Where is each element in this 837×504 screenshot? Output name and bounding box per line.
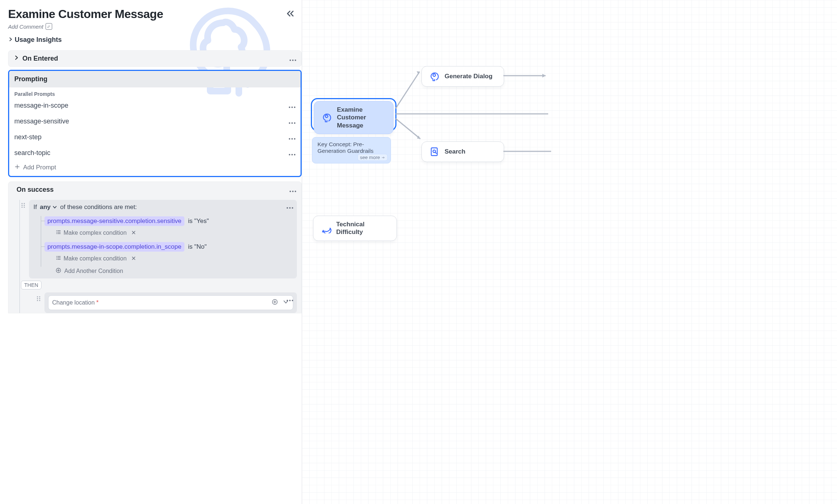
add-prompt-label: Add Prompt (23, 164, 56, 171)
svg-point-11 (291, 138, 293, 140)
svg-point-6 (294, 107, 295, 108)
remove-condition-icon[interactable]: ✕ (131, 229, 136, 236)
svg-point-3 (295, 60, 296, 61)
node-label: Search (445, 148, 466, 155)
svg-point-20 (24, 203, 25, 204)
svg-point-21 (22, 205, 23, 206)
svg-point-40 (433, 74, 435, 76)
svg-point-22 (24, 205, 25, 206)
action-more-icon[interactable] (287, 295, 293, 303)
svg-point-13 (289, 154, 290, 155)
svg-point-30 (39, 296, 40, 297)
on-success-more-icon[interactable] (290, 186, 296, 194)
svg-point-24 (24, 206, 25, 208)
on-success-section: On success If any (8, 181, 302, 313)
on-success-header[interactable]: On success (8, 182, 301, 198)
svg-point-19 (22, 203, 23, 204)
list-icon (55, 229, 61, 237)
any-label: any (40, 204, 50, 211)
more-icon[interactable] (289, 117, 295, 126)
on-entered-label: On Entered (22, 55, 58, 62)
drag-handle-icon[interactable] (36, 296, 41, 303)
condition-row[interactable]: prompts.message-sensitive.completion.sen… (44, 215, 292, 228)
chevron-down-icon (52, 205, 57, 210)
prompt-name: message-sensitive (14, 118, 69, 125)
add-condition-label: Add Another Condition (64, 268, 123, 274)
plus-icon (14, 164, 20, 172)
svg-point-29 (37, 296, 38, 297)
condition-expression[interactable]: prompts.message-sensitive.completion.sen… (44, 216, 184, 226)
on-entered-more-icon[interactable] (290, 54, 296, 63)
make-complex-button[interactable]: Make complex condition ✕ (55, 228, 292, 240)
condition-value: is "Yes" (188, 217, 209, 225)
note-text: Key Concept: Pre-Generation Guardrails (317, 141, 374, 154)
if-header: If any of these conditions are met: (33, 204, 292, 211)
then-chip: THEN (21, 281, 42, 289)
any-dropdown[interactable]: any (40, 204, 57, 211)
make-complex-button[interactable]: Make complex condition ✕ (55, 253, 292, 266)
condition-expression[interactable]: prompts.message-in-scope.completion.in_s… (44, 242, 184, 252)
chat-icon (321, 223, 332, 234)
svg-point-32 (39, 298, 40, 299)
usage-insights-toggle[interactable]: Usage Insights (8, 36, 302, 44)
svg-point-39 (325, 115, 328, 118)
svg-point-36 (289, 300, 291, 301)
condition-tree: If any of these conditions are met: prom… (8, 198, 301, 313)
node-label: Examine Customer Message (337, 106, 386, 129)
action-card[interactable]: Change location * (44, 292, 297, 313)
more-icon[interactable] (289, 101, 295, 110)
node-examine-customer-message[interactable]: Examine Customer Message (314, 101, 394, 134)
brain-icon (429, 71, 440, 82)
prompting-header: Prompting (9, 71, 301, 87)
on-entered-section[interactable]: On Entered (8, 50, 302, 67)
prompt-row[interactable]: next-step (9, 129, 301, 145)
svg-point-15 (294, 154, 295, 155)
prompt-row[interactable]: message-in-scope (9, 98, 301, 114)
add-comment-label: Add Comment (8, 24, 43, 30)
svg-point-8 (291, 122, 293, 124)
change-location-field[interactable]: Change location * (48, 295, 293, 310)
svg-point-7 (289, 122, 290, 124)
svg-point-35 (287, 300, 288, 301)
add-condition-button[interactable]: Add Another Condition (55, 266, 292, 276)
condition-row[interactable]: prompts.message-in-scope.completion.in_s… (44, 240, 292, 253)
remove-condition-icon[interactable]: ✕ (131, 255, 136, 262)
prompt-name: search-topic (14, 149, 50, 157)
see-more-label: see more (360, 155, 380, 160)
note-key-concept[interactable]: Key Concept: Pre-Generation Guardrails s… (312, 137, 391, 163)
add-comment-button[interactable]: Add Comment (8, 23, 52, 30)
add-prompt-button[interactable]: Add Prompt (9, 161, 301, 173)
svg-point-16 (290, 191, 291, 192)
prompt-row[interactable]: message-sensitive (9, 114, 301, 129)
of-these-label: of these conditions are met: (60, 204, 137, 211)
if-condition-card[interactable]: If any of these conditions are met: prom… (29, 200, 297, 278)
card-more-icon[interactable] (287, 202, 293, 210)
brain-icon (321, 112, 333, 123)
svg-point-23 (22, 206, 23, 208)
prompt-name: message-in-scope (14, 102, 68, 109)
node-technical-difficulty[interactable]: Technical Difficulty (313, 216, 397, 241)
edit-note-icon (46, 23, 52, 30)
svg-point-18 (295, 191, 296, 192)
flow-canvas[interactable]: Examine Customer Message Generate Dialog… (302, 0, 837, 504)
change-location-label: Change location (52, 299, 95, 306)
svg-point-14 (291, 154, 293, 155)
condition-value: is "No" (188, 243, 207, 251)
drag-handle-icon[interactable] (21, 203, 25, 209)
prompt-row[interactable]: search-topic (9, 145, 301, 161)
svg-point-26 (289, 207, 291, 209)
collapse-panel-icon[interactable] (285, 9, 295, 20)
svg-point-10 (289, 138, 290, 140)
node-generate-dialog[interactable]: Generate Dialog (421, 66, 504, 87)
svg-rect-41 (431, 148, 437, 156)
svg-point-5 (291, 107, 293, 108)
svg-point-27 (292, 207, 293, 209)
plus-circle-icon[interactable] (272, 299, 278, 307)
more-icon[interactable] (289, 149, 295, 157)
more-icon[interactable] (289, 133, 295, 141)
node-search[interactable]: Search (421, 141, 504, 162)
see-more-button[interactable]: see more (358, 154, 388, 161)
required-mark: * (96, 299, 98, 306)
make-complex-label: Make complex condition (64, 255, 127, 262)
prompt-name: next-step (14, 133, 42, 141)
